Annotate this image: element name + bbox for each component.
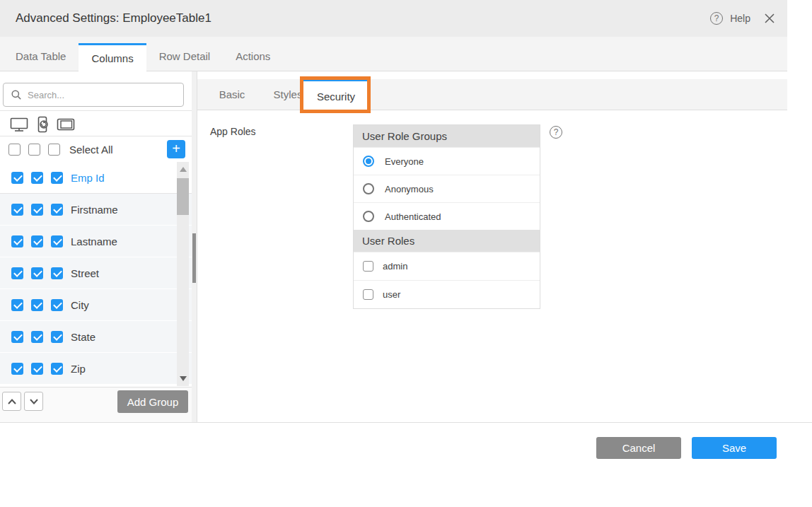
column-label: Emp Id bbox=[71, 172, 105, 184]
column-label: City bbox=[71, 299, 89, 311]
column-checkbox-mobile[interactable] bbox=[31, 363, 43, 375]
column-checkbox-mobile[interactable] bbox=[31, 204, 43, 216]
column-checkbox-tablet[interactable] bbox=[51, 331, 63, 343]
dialog-header: Advanced Settings: EmployeeTable1 ? Help bbox=[0, 0, 787, 37]
column-label: State bbox=[71, 331, 95, 343]
column-checkbox-desktop[interactable] bbox=[11, 363, 23, 375]
search-box[interactable] bbox=[3, 83, 184, 107]
column-checkbox-mobile[interactable] bbox=[31, 331, 43, 343]
column-checkbox-mobile[interactable] bbox=[31, 172, 43, 184]
select-all-row: Select All + bbox=[0, 136, 192, 162]
help-icon[interactable]: ? bbox=[710, 12, 723, 25]
save-button[interactable]: Save bbox=[692, 437, 777, 459]
close-icon[interactable] bbox=[763, 12, 776, 25]
select-all-checkbox-tablet[interactable] bbox=[48, 144, 60, 156]
settings-tabbar: Basic Styles Security bbox=[197, 79, 787, 110]
select-all-checkbox-mobile[interactable] bbox=[28, 144, 40, 156]
app-roles-panel: User Role Groups Everyone Anonymous Auth… bbox=[353, 124, 540, 309]
role-option-user[interactable]: user bbox=[354, 280, 540, 308]
scroll-down-icon[interactable] bbox=[180, 376, 187, 381]
scrollbar-thumb[interactable] bbox=[177, 178, 189, 215]
app-roles-help-icon[interactable]: ? bbox=[550, 126, 562, 139]
column-checkbox-tablet[interactable] bbox=[51, 204, 63, 216]
move-up-button[interactable] bbox=[2, 392, 21, 411]
column-checkbox-desktop[interactable] bbox=[11, 204, 23, 216]
radio-everyone[interactable] bbox=[363, 156, 374, 167]
column-checkbox-tablet[interactable] bbox=[51, 172, 63, 184]
column-label: Lastname bbox=[71, 235, 117, 247]
option-label: Authenticated bbox=[385, 211, 441, 222]
tab-security[interactable]: Security bbox=[303, 79, 369, 111]
sidebar-scrollbar-thumb[interactable] bbox=[192, 233, 196, 283]
option-label: Everyone bbox=[385, 156, 424, 167]
tab-row-detail[interactable]: Row Detail bbox=[146, 43, 224, 71]
column-checkbox-desktop[interactable] bbox=[11, 235, 23, 247]
app-roles-label: App Roles bbox=[210, 126, 256, 137]
column-label: Street bbox=[71, 267, 99, 279]
dialog-tabbar: Data Table Columns Row Detail Actions bbox=[0, 37, 787, 71]
column-checkbox-tablet[interactable] bbox=[51, 267, 63, 279]
select-all-label: Select All bbox=[69, 144, 113, 156]
tablet-icon[interactable] bbox=[56, 116, 76, 133]
scroll-up-icon[interactable] bbox=[180, 167, 187, 172]
mobile-rotate-icon[interactable] bbox=[35, 115, 50, 134]
column-checkbox-mobile[interactable] bbox=[31, 235, 43, 247]
page-title: Advanced Settings: EmployeeTable1 bbox=[16, 11, 211, 25]
option-label: admin bbox=[383, 261, 407, 272]
column-checkbox-desktop[interactable] bbox=[11, 299, 23, 311]
tab-actions[interactable]: Actions bbox=[223, 43, 283, 71]
column-checkbox-tablet[interactable] bbox=[51, 299, 63, 311]
column-checkbox-desktop[interactable] bbox=[11, 172, 23, 184]
help-button[interactable]: Help bbox=[730, 13, 750, 24]
role-option-admin[interactable]: admin bbox=[354, 252, 540, 280]
role-option-anonymous[interactable]: Anonymous bbox=[354, 175, 540, 202]
search-icon bbox=[11, 89, 22, 100]
device-toggle-row bbox=[9, 115, 76, 134]
column-row-street[interactable]: Street bbox=[0, 257, 192, 289]
column-checkbox-tablet[interactable] bbox=[51, 363, 63, 375]
tab-columns[interactable]: Columns bbox=[79, 43, 146, 72]
column-row-emp-id[interactable]: Emp Id bbox=[0, 162, 192, 194]
tab-basic[interactable]: Basic bbox=[207, 79, 257, 110]
dialog-bottom-divider bbox=[0, 422, 812, 423]
column-row-firstname[interactable]: Firstname bbox=[0, 194, 192, 226]
column-checkbox-desktop[interactable] bbox=[11, 331, 23, 343]
select-all-checkbox-desktop[interactable] bbox=[8, 144, 21, 156]
chevron-down-icon bbox=[29, 398, 39, 405]
column-row-zip[interactable]: Zip bbox=[0, 353, 192, 385]
move-down-button[interactable] bbox=[24, 392, 43, 411]
column-checkbox-desktop[interactable] bbox=[11, 267, 23, 279]
chevron-up-icon bbox=[7, 398, 17, 405]
checkbox-admin[interactable] bbox=[363, 261, 373, 272]
desktop-icon[interactable] bbox=[9, 116, 29, 133]
column-checkbox-mobile[interactable] bbox=[31, 299, 43, 311]
columns-sidebar: Select All + Emp Id Firstname Lastname bbox=[0, 71, 197, 422]
role-option-authenticated[interactable]: Authenticated bbox=[354, 202, 540, 230]
sidebar-scrollbar[interactable] bbox=[192, 71, 197, 422]
option-label: Anonymous bbox=[385, 184, 434, 194]
column-list: Emp Id Firstname Lastname Street bbox=[0, 162, 192, 387]
user-role-groups-header: User Role Groups bbox=[354, 125, 540, 147]
tab-data-table[interactable]: Data Table bbox=[3, 43, 79, 71]
option-label: user bbox=[383, 289, 400, 300]
add-column-button[interactable]: + bbox=[167, 140, 185, 158]
column-row-lastname[interactable]: Lastname bbox=[0, 226, 192, 257]
user-roles-header: User Roles bbox=[354, 230, 540, 252]
column-row-city[interactable]: City bbox=[0, 289, 192, 321]
column-checkbox-mobile[interactable] bbox=[31, 267, 43, 279]
column-checkbox-tablet[interactable] bbox=[51, 235, 63, 247]
sidebar-footer: Add Group bbox=[0, 387, 192, 422]
radio-anonymous[interactable] bbox=[363, 183, 374, 194]
column-label: Zip bbox=[71, 363, 86, 375]
list-scrollbar[interactable] bbox=[177, 162, 189, 386]
cancel-button[interactable]: Cancel bbox=[596, 437, 681, 459]
role-option-everyone[interactable]: Everyone bbox=[354, 147, 540, 175]
add-group-button[interactable]: Add Group bbox=[117, 390, 188, 413]
advanced-settings-dialog: Advanced Settings: EmployeeTable1 ? Help… bbox=[0, 0, 812, 507]
checkbox-user[interactable] bbox=[363, 289, 373, 300]
search-input[interactable] bbox=[28, 90, 155, 100]
column-settings-pane: Basic Styles Security App Roles User Rol… bbox=[197, 71, 787, 422]
column-label: Firstname bbox=[71, 204, 118, 216]
column-row-state[interactable]: State bbox=[0, 321, 192, 353]
radio-authenticated[interactable] bbox=[363, 211, 374, 222]
